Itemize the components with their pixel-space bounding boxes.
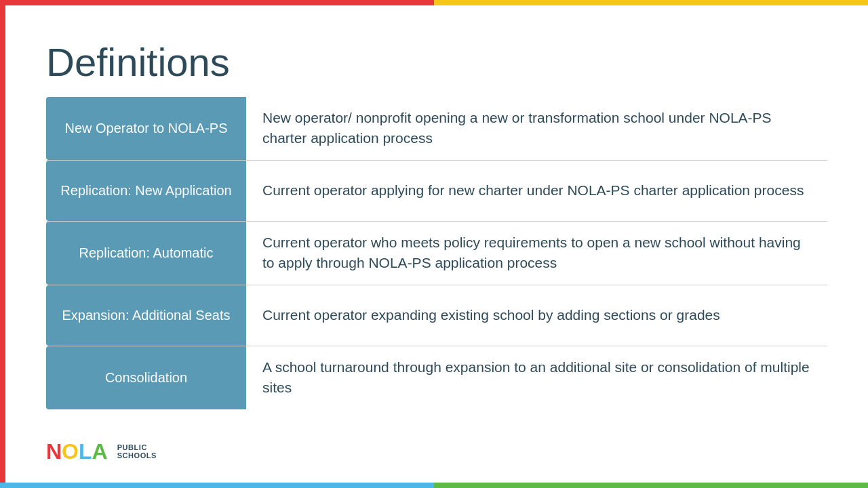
- top-accent-bar: [0, 0, 868, 5]
- main-content: Definitions New Operator to NOLA-PS New …: [5, 5, 868, 483]
- term-replication-auto: Replication: Automatic: [46, 222, 246, 285]
- term-replication-new: Replication: New Application: [46, 161, 246, 221]
- definition-replication-auto: Current operator who meets policy requir…: [246, 222, 827, 285]
- term-expansion: Expansion: Additional Seats: [46, 285, 246, 346]
- public-text: PUBLIC: [117, 443, 157, 451]
- nola-logo: N O L A: [46, 441, 108, 462]
- definition-new-operator: New operator/ nonprofit opening a new or…: [246, 97, 827, 160]
- bottom-bar-blue: [0, 483, 434, 488]
- definition-row-4: Expansion: Additional Seats Current oper…: [46, 285, 827, 346]
- bottom-accent-bar: [0, 483, 868, 488]
- definitions-table: New Operator to NOLA-PS New operator/ no…: [46, 97, 827, 430]
- term-consolidation: Consolidation: [46, 346, 246, 409]
- logo-a: A: [92, 441, 108, 462]
- page-title: Definitions: [46, 39, 827, 85]
- left-accent-bar: [0, 0, 5, 488]
- definition-row-3: Replication: Automatic Current operator …: [46, 222, 827, 285]
- definition-row-2: Replication: New Application Current ope…: [46, 161, 827, 222]
- term-new-operator: New Operator to NOLA-PS: [46, 97, 246, 160]
- definition-expansion: Current operator expanding existing scho…: [246, 285, 827, 346]
- logo-o: O: [62, 441, 79, 462]
- definition-replication-new: Current operator applying for new charte…: [246, 161, 827, 221]
- definition-row-5: Consolidation A school turnaround throug…: [46, 346, 827, 409]
- logo-area: N O L A PUBLIC SCHOOLS: [46, 441, 827, 462]
- top-bar-yellow: [434, 0, 868, 5]
- definition-consolidation: A school turnaround through expansion to…: [246, 346, 827, 409]
- bottom-bar-green: [434, 483, 868, 488]
- logo-n: N: [46, 441, 62, 462]
- definition-row-1: New Operator to NOLA-PS New operator/ no…: [46, 97, 827, 161]
- public-schools-label: PUBLIC SCHOOLS: [117, 443, 157, 460]
- top-bar-red: [0, 0, 434, 5]
- logo-l: L: [79, 441, 92, 462]
- schools-text: SCHOOLS: [117, 451, 157, 460]
